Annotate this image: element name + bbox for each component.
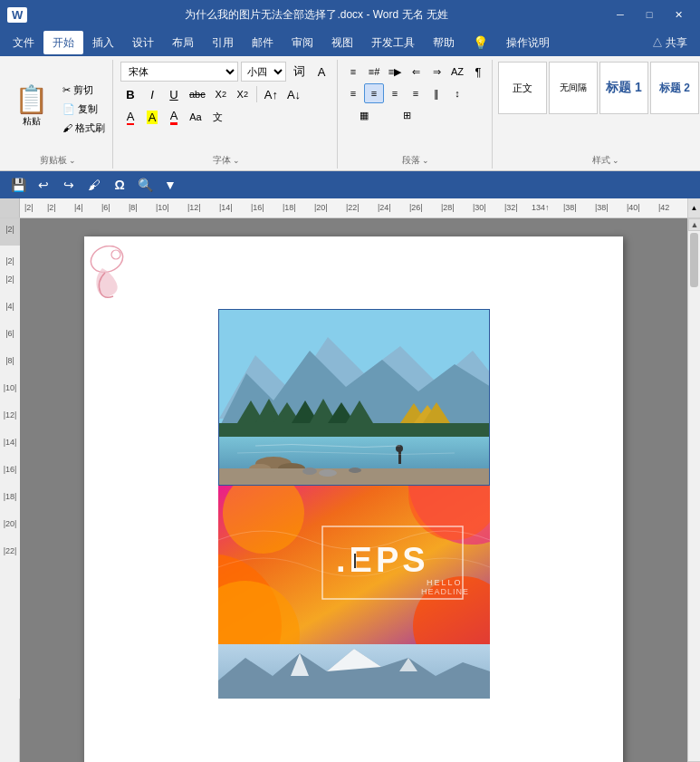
- style-nospace[interactable]: 无间隔: [549, 62, 598, 114]
- fontcolor-button[interactable]: A: [164, 107, 184, 127]
- scroll-thumb[interactable]: [690, 233, 698, 287]
- svg-text:|2|: |2|: [5, 256, 14, 265]
- menu-item-mailings[interactable]: 邮件: [243, 31, 283, 54]
- minimize-button[interactable]: ─: [606, 0, 635, 29]
- menu-item-layout[interactable]: 布局: [163, 31, 203, 54]
- subscript-button[interactable]: X2: [211, 84, 231, 104]
- menu-item-design[interactable]: 设计: [123, 31, 163, 54]
- document-area: |2| |2| |2| |4| |6| |8| |10| |12| |14| |…: [0, 218, 700, 762]
- undo-button[interactable]: ↩: [33, 174, 54, 196]
- menu-item-devtools[interactable]: 开发工具: [362, 31, 424, 54]
- bigger-font-button[interactable]: A↑: [261, 84, 282, 104]
- style-heading2[interactable]: 标题 2: [650, 62, 699, 114]
- lake-mountain-image[interactable]: [218, 309, 490, 486]
- svg-text:|42: |42: [658, 203, 669, 212]
- paste-icon: 📋: [14, 86, 48, 113]
- bullets-button[interactable]: ≡: [343, 62, 363, 82]
- quick-access-toolbar: 💾 ↩ ↪ 🖌 Ω 🔍 ▼: [0, 171, 700, 198]
- font-family-select[interactable]: 宋体: [120, 62, 238, 82]
- menu-item-home[interactable]: 开始: [43, 31, 83, 54]
- bold-button[interactable]: B: [120, 84, 140, 104]
- vertical-scrollbar[interactable]: ▲ ▼: [687, 218, 700, 762]
- ribbon-group-clipboard: 📋 粘贴 ✂ 剪切 📄 复制 🖌 格式刷: [4, 60, 113, 169]
- redo-button[interactable]: ↪: [58, 174, 80, 196]
- paint-button[interactable]: 🖌: [83, 174, 105, 196]
- font-size-select[interactable]: 小四: [241, 62, 286, 82]
- border-button[interactable]: ⊞: [386, 105, 427, 125]
- menu-item-search[interactable]: 操作说明: [497, 31, 559, 54]
- strikethrough-button[interactable]: abc: [186, 84, 209, 104]
- decreaseindent-button[interactable]: ⇐: [406, 62, 426, 82]
- svg-text:|38|: |38|: [595, 203, 609, 212]
- copy-button[interactable]: 📄 复制: [59, 101, 109, 118]
- ribbon-group-font: 宋体 小四 词 A B I U abc X2 X2 A↑: [115, 60, 338, 169]
- horizontal-ruler: |2| |2| |4| |6| |8| |10| |12| |14| |16| …: [0, 198, 700, 218]
- search-button[interactable]: 🔍: [134, 174, 156, 196]
- aligncenter-button[interactable]: ≡: [364, 83, 384, 103]
- scroll-up-button[interactable]: ▲: [688, 218, 700, 231]
- svg-text:|38|: |38|: [563, 203, 577, 212]
- menu-item-insert[interactable]: 插入: [83, 31, 123, 54]
- cut-button[interactable]: ✂ 剪切: [59, 82, 109, 99]
- app-icon-area: W: [7, 7, 27, 23]
- menu-item-lightbulb[interactable]: 💡: [464, 31, 497, 54]
- style-heading1[interactable]: 标题 1: [599, 62, 648, 114]
- svg-text:|14|: |14|: [219, 203, 233, 212]
- document-scroll[interactable]: .EPS HELLO HEADLINE: [20, 218, 687, 762]
- alignleft-button[interactable]: ≡: [343, 83, 363, 103]
- paste-button[interactable]: 📋 粘贴: [7, 82, 55, 131]
- multilevel-button[interactable]: ≡▶: [385, 62, 405, 82]
- styles-group-expand[interactable]: ⌄: [612, 156, 619, 165]
- increaseindent-button[interactable]: ⇒: [427, 62, 446, 82]
- save-button[interactable]: 💾: [7, 174, 29, 196]
- format-paint-icon: 🖌: [62, 122, 72, 133]
- ruler-scroll-btn[interactable]: ▲: [687, 198, 700, 218]
- numbering-button[interactable]: ≡#: [364, 62, 384, 82]
- close-button[interactable]: ✕: [664, 0, 693, 29]
- ribbon-group-styles: 正文 无间隔 标题 1 标题 2 ▲ ▼: [494, 60, 700, 169]
- menu-item-view[interactable]: 视图: [322, 31, 362, 54]
- menu-bar: 文件 开始 插入 设计 布局 引用 邮件 审阅 视图 开发工具 帮助 💡 操作说…: [0, 29, 700, 56]
- svg-text:|8|: |8|: [129, 203, 138, 212]
- superscript-button[interactable]: X2: [233, 84, 253, 104]
- svg-point-39: [111, 250, 120, 259]
- menu-item-file[interactable]: 文件: [4, 31, 43, 54]
- clipboard-expand[interactable]: ⌄: [69, 156, 76, 165]
- columns-button[interactable]: ‖: [427, 83, 446, 103]
- highlight-button[interactable]: A: [142, 107, 162, 127]
- menu-item-help[interactable]: 帮助: [424, 31, 464, 54]
- pinyin-button[interactable]: 文: [207, 107, 227, 127]
- wording-button[interactable]: 词: [289, 62, 309, 82]
- svg-text:|22|: |22|: [346, 203, 360, 212]
- svg-text:|10|: |10|: [4, 383, 17, 392]
- format-paint-button[interactable]: 🖌 格式刷: [59, 120, 109, 137]
- svg-text:|26|: |26|: [409, 203, 423, 212]
- more-button[interactable]: ▼: [159, 174, 181, 196]
- svg-text:.EPS: .EPS: [336, 541, 429, 579]
- snow-mountain-image[interactable]: [218, 644, 490, 699]
- omega-button[interactable]: Ω: [109, 174, 130, 196]
- case-button[interactable]: Aa: [186, 107, 206, 127]
- restore-button[interactable]: □: [635, 0, 664, 29]
- underline-button[interactable]: U: [164, 84, 184, 104]
- paragraph-group-expand[interactable]: ⌄: [422, 156, 429, 165]
- justify-button[interactable]: ≡: [406, 83, 426, 103]
- shading-button[interactable]: ▦: [343, 105, 385, 125]
- showmarks-button[interactable]: ¶: [468, 62, 488, 82]
- font-group-expand[interactable]: ⌄: [233, 156, 240, 165]
- svg-text:|30|: |30|: [473, 203, 486, 212]
- menu-item-review[interactable]: 审阅: [283, 31, 322, 54]
- clearformat-button[interactable]: A: [120, 107, 140, 127]
- font-group-label: 字体: [213, 154, 231, 167]
- menu-item-references[interactable]: 引用: [203, 31, 243, 54]
- italic-button[interactable]: I: [142, 84, 162, 104]
- menu-item-share[interactable]: △ 共享: [643, 31, 696, 54]
- svg-rect-63: [398, 450, 401, 464]
- sort-button[interactable]: AZ: [447, 62, 467, 82]
- alignright-button[interactable]: ≡: [385, 83, 405, 103]
- smaller-font-button[interactable]: A↓: [283, 84, 304, 104]
- svg-text:|16|: |16|: [4, 465, 17, 474]
- style-normal[interactable]: 正文: [498, 62, 547, 114]
- caps-button[interactable]: A: [312, 62, 331, 82]
- linespacing-button[interactable]: ↕: [447, 83, 467, 103]
